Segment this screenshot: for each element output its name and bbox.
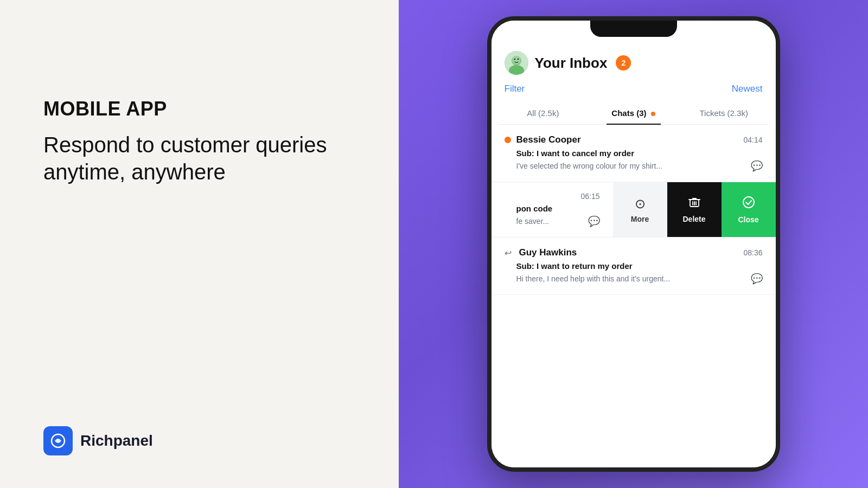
swipe-item-container: 06:15 pon code fe saver... 💬 ⊙ More bbox=[492, 182, 776, 237]
tagline: Respond to customer queries anytime, any… bbox=[43, 131, 355, 185]
inbox-badge: 2 bbox=[616, 55, 631, 70]
delete-icon bbox=[688, 196, 700, 211]
swipe-chat-icon: 💬 bbox=[588, 215, 600, 227]
inbox-header-left: Your Inbox 2 bbox=[505, 51, 631, 75]
swipe-left-content[interactable]: 06:15 pon code fe saver... 💬 bbox=[492, 182, 613, 237]
delete-label: Delete bbox=[682, 215, 705, 223]
tabs-container: All (2.5k) Chats (3) Tickets (2.3k) bbox=[498, 102, 769, 125]
logo-text: Richpanel bbox=[80, 432, 153, 450]
conversation-bessie[interactable]: Bessie Cooper 04:14 Sub: I want to cance… bbox=[492, 125, 776, 182]
svg-point-5 bbox=[514, 59, 515, 60]
left-content: MOBILE APP Respond to customer queries a… bbox=[43, 98, 355, 185]
conv-guy-subject: Sub: I want to return my order bbox=[505, 261, 763, 271]
tagline-line2: anytime, anywhere bbox=[43, 160, 226, 184]
tab-chats-label: Chats (3) bbox=[611, 108, 646, 118]
conv-bessie-name: Bessie Cooper bbox=[516, 134, 581, 145]
conv-guy-name-area: ↩ Guy Hawkins bbox=[505, 247, 577, 258]
newest-button[interactable]: Newest bbox=[732, 84, 763, 94]
tab-chats-dot bbox=[651, 112, 655, 116]
phone-notch bbox=[590, 21, 677, 37]
conv-guy-chat-icon: 💬 bbox=[751, 273, 763, 285]
conv-bessie-header: Bessie Cooper 04:14 bbox=[505, 134, 763, 145]
right-panel: Your Inbox 2 Filter Newest All (2.5k) Ch… bbox=[399, 0, 868, 488]
close-label: Close bbox=[738, 215, 758, 224]
conv-guy-preview-text: Hi there, I need help with this and it's… bbox=[516, 274, 671, 283]
inbox-title: Your Inbox bbox=[535, 55, 608, 72]
action-delete-button[interactable]: Delete bbox=[667, 182, 722, 237]
left-panel: MOBILE APP Respond to customer queries a… bbox=[0, 0, 399, 488]
swipe-actions: ⊙ More bbox=[613, 182, 776, 237]
conv-guy-time: 08:36 bbox=[743, 248, 762, 257]
swipe-preview: fe saver... 💬 bbox=[505, 215, 600, 227]
swipe-preview-text: fe saver... bbox=[516, 217, 550, 226]
more-icon: ⊙ bbox=[635, 196, 646, 211]
phone-frame: Your Inbox 2 Filter Newest All (2.5k) Ch… bbox=[487, 16, 780, 472]
page-title: MOBILE APP bbox=[43, 98, 355, 120]
close-icon bbox=[742, 196, 755, 212]
swipe-time: 06:15 bbox=[580, 192, 599, 201]
online-indicator bbox=[505, 137, 511, 143]
action-more-button[interactable]: ⊙ More bbox=[613, 182, 667, 237]
svg-point-6 bbox=[517, 59, 519, 60]
tab-tickets[interactable]: Tickets (2.3k) bbox=[679, 102, 769, 124]
swipe-conv-header: 06:15 bbox=[505, 192, 600, 201]
conv-guy-preview: Hi there, I need help with this and it's… bbox=[505, 273, 763, 285]
filter-bar: Filter Newest bbox=[492, 81, 776, 102]
tagline-line1: Respond to customer queries bbox=[43, 133, 327, 157]
swipe-subject: pon code bbox=[505, 204, 600, 213]
logo-area: Richpanel bbox=[43, 426, 355, 455]
more-label: More bbox=[631, 215, 649, 223]
inbox-header: Your Inbox 2 bbox=[492, 42, 776, 81]
richpanel-logo-icon bbox=[43, 426, 73, 455]
avatar bbox=[505, 51, 528, 75]
reply-icon: ↩ bbox=[505, 248, 512, 258]
conversation-guy[interactable]: ↩ Guy Hawkins 08:36 Sub: I want to retur… bbox=[492, 237, 776, 295]
conv-bessie-name-area: Bessie Cooper bbox=[505, 134, 581, 145]
conv-bessie-preview: I've selected the wrong colour for my sh… bbox=[505, 160, 763, 172]
conv-bessie-subject: Sub: I want to cancel my order bbox=[505, 149, 763, 158]
conv-bessie-time: 04:14 bbox=[743, 136, 762, 144]
conversation-list: Bessie Cooper 04:14 Sub: I want to cance… bbox=[492, 125, 776, 295]
conv-guy-name: Guy Hawkins bbox=[519, 247, 577, 258]
conv-guy-header: ↩ Guy Hawkins 08:36 bbox=[505, 247, 763, 258]
filter-button[interactable]: Filter bbox=[505, 84, 525, 94]
svg-point-8 bbox=[743, 197, 754, 208]
conv-bessie-preview-text: I've selected the wrong colour for my sh… bbox=[516, 162, 663, 170]
chat-icon: 💬 bbox=[751, 160, 763, 172]
phone-content: Your Inbox 2 Filter Newest All (2.5k) Ch… bbox=[492, 21, 776, 467]
tab-all[interactable]: All (2.5k) bbox=[498, 102, 589, 124]
action-close-button[interactable]: Close bbox=[722, 182, 776, 237]
tab-chats[interactable]: Chats (3) bbox=[588, 102, 679, 124]
